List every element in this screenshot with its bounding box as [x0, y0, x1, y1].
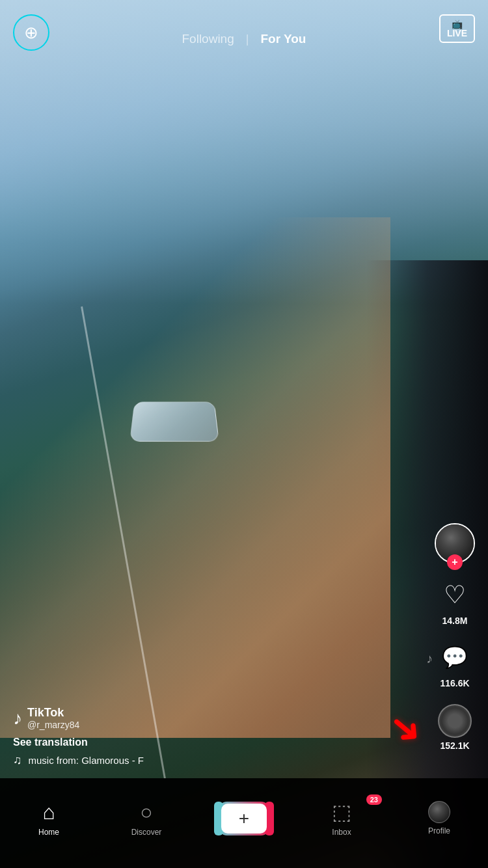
search-icon: ○: [140, 800, 152, 824]
follow-button[interactable]: +: [447, 554, 463, 570]
creator-name: TikTok: [27, 706, 79, 720]
nav-home[interactable]: ⌂ Home: [16, 800, 81, 837]
camera-icon: ⊕: [24, 23, 38, 43]
brand-section: ♪ TikTok @r_marzy84: [13, 706, 429, 730]
comment-action[interactable]: 💬 116.6K: [438, 640, 472, 688]
username-block: TikTok @r_marzy84: [27, 706, 79, 730]
home-label: Home: [38, 828, 59, 837]
discover-label: Discover: [131, 828, 162, 837]
nav-inbox[interactable]: ⬚ 23 Inbox: [309, 800, 374, 837]
comment-count: 116.6K: [440, 678, 469, 688]
live-button[interactable]: 📺 LIVE: [439, 14, 475, 43]
inbox-badge: 23: [366, 794, 382, 805]
like-action[interactable]: ♡ 14.8M: [438, 578, 472, 626]
music-info: ♫ music from: Glamorous - F: [13, 753, 429, 767]
nav-tabs: Following | For You: [170, 25, 318, 53]
create-button[interactable]: +: [218, 802, 270, 835]
music-float-note: ♪: [426, 651, 433, 666]
home-icon: ⌂: [42, 800, 55, 824]
heart-icon: ♡: [438, 578, 472, 612]
music-note-icon: ♫: [13, 753, 22, 767]
tiktok-logo: ♪: [13, 708, 22, 729]
live-label: LIVE: [447, 28, 467, 38]
following-tab[interactable]: Following: [170, 25, 246, 53]
nav-discover[interactable]: ○ Discover: [114, 800, 179, 837]
share-count: 152.1K: [440, 740, 469, 751]
create-button-inner: +: [221, 804, 267, 834]
inbox-label: Inbox: [332, 828, 351, 837]
nav-profile[interactable]: Profile: [407, 801, 472, 835]
nav-create[interactable]: +: [211, 802, 277, 835]
ice-object: [129, 401, 219, 441]
inbox-icon: ⬚: [332, 800, 351, 824]
comment-icon: 💬: [438, 640, 472, 674]
music-text: music from: Glamorous - F: [29, 755, 144, 766]
camera-button[interactable]: ⊕: [13, 14, 49, 51]
profile-avatar-icon: [428, 801, 450, 823]
creator-username: @r_marzy84: [27, 720, 79, 730]
creator-avatar[interactable]: +: [435, 523, 475, 563]
for-you-tab[interactable]: For You: [249, 25, 318, 53]
profile-label: Profile: [428, 826, 450, 835]
music-disc[interactable]: [438, 704, 472, 738]
bottom-info: ♪ TikTok @r_marzy84 See translation ♫ mu…: [13, 706, 429, 767]
see-translation-button[interactable]: See translation: [13, 737, 429, 748]
hand-overlay: [0, 217, 390, 738]
like-count: 14.8M: [442, 616, 468, 626]
top-nav: ⊕ Following | For You 📺 LIVE: [0, 0, 488, 72]
bottom-nav: ⌂ Home ○ Discover + ⬚ 23 Inbox Profile: [0, 778, 488, 868]
